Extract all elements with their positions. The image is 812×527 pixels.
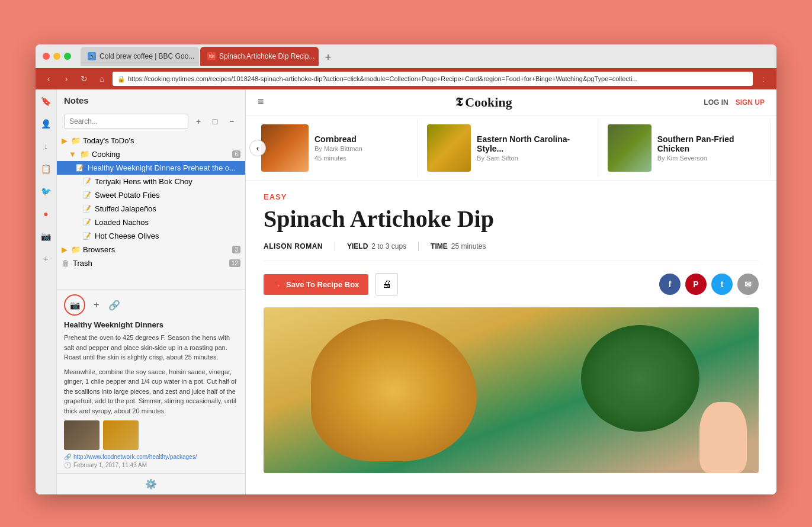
note-icon-cheeses: 📝 xyxy=(83,232,91,240)
forward-button[interactable]: › xyxy=(59,72,73,86)
sidebar-icon-circle[interactable]: ● xyxy=(40,208,52,220)
recipe-card-cornbread[interactable]: Cornbread By Mark Bittman 45 minutes xyxy=(252,120,418,176)
tree-item-cheeses[interactable]: 📝 Hot Cheese Olives xyxy=(57,229,245,243)
sidebar-icon-add-service[interactable]: + xyxy=(40,253,52,265)
address-text: https://cooking.nytimes.com/recipes/1018… xyxy=(128,75,748,82)
time-value: 25 minutes xyxy=(451,242,486,250)
tabs-row: 🔊 Cold brew coffee | BBC Goo... 🍽 Spinac… xyxy=(81,47,769,66)
nyt-logo: 𝕿 xyxy=(455,95,463,109)
dip-bowl-decoration xyxy=(581,325,699,432)
sidebar-icon-download[interactable]: ↓ xyxy=(40,140,52,152)
traffic-lights xyxy=(43,53,71,60)
note-preview-section: 📷 + 🔗 Healthy Weeknight Dinners Preheat … xyxy=(57,289,245,473)
recipe-card-title-eastern: Eastern North Carolina-Style... xyxy=(477,134,588,153)
gear-icon: ⚙️ xyxy=(145,478,157,490)
note-image-2 xyxy=(103,420,139,450)
add-note-button[interactable]: + xyxy=(192,115,205,128)
recipe-card-author-eastern: By Sam Sifton xyxy=(477,155,588,162)
recipe-card-image-cornbread xyxy=(261,124,309,172)
meta-divider-2 xyxy=(418,242,419,251)
tab-label: Cold brew coffee | BBC Goo... xyxy=(100,52,194,60)
recipe-actions: 🔖 Save To Recipe Box 🖨 f P t ✉ xyxy=(264,273,759,295)
email-share-button[interactable]: ✉ xyxy=(737,274,759,295)
home-button[interactable]: ⌂ xyxy=(95,72,109,86)
sidebar-icon-notes[interactable]: 📋 xyxy=(40,163,52,175)
tree-item-trash[interactable]: 🗑 Trash 12 xyxy=(57,256,245,270)
tab-cold-brew[interactable]: 🔊 Cold brew coffee | BBC Goo... xyxy=(81,47,199,66)
chevron-right-icon: ▶ xyxy=(62,136,68,145)
minimize-button[interactable] xyxy=(53,53,60,60)
address-bar[interactable]: 🔒 https://cooking.nytimes.com/recipes/10… xyxy=(113,72,753,86)
tree-label: Today's ToDo's xyxy=(83,136,240,145)
sidebar-icon-twitter[interactable]: 🐦 xyxy=(40,185,52,197)
tree-label-cooking: Cooking xyxy=(92,150,230,159)
tree-label-cheeses: Hot Cheese Olives xyxy=(95,232,240,240)
tree-item-cooking[interactable]: ▼ 📁 Cooking 6 xyxy=(57,147,245,161)
tree-item-nachos[interactable]: 📝 Loaded Nachos xyxy=(57,216,245,229)
cooking-badge: 6 xyxy=(232,150,240,158)
tree-label-browsers: Browsers xyxy=(83,245,230,254)
browsers-badge: 3 xyxy=(232,246,240,253)
tab-spinach-artichoke[interactable]: 🍽 Spinach Artichoke Dip Recip... xyxy=(200,47,319,66)
notes-list-panel: Notes + □ − ▶ 📁 Today's ToDo's xyxy=(57,89,245,494)
link-button[interactable]: 🔗 xyxy=(108,298,121,311)
tree-item-weeknight[interactable]: 📝 Healthy Weeknight Dinners Preheat the … xyxy=(57,161,245,175)
chrome-bar: 🔊 Cold brew coffee | BBC Goo... 🍽 Spinac… xyxy=(36,44,776,68)
menu-icon[interactable]: ⋮ xyxy=(756,72,771,86)
note-icon-nachos: 📝 xyxy=(83,218,91,226)
chevron-right-icon-browsers: ▶ xyxy=(62,245,68,254)
save-to-recipe-box-button[interactable]: 🔖 Save To Recipe Box xyxy=(264,274,368,295)
recipe-yield: YIELD 2 to 3 cups xyxy=(347,242,406,250)
camera-button-circle[interactable]: 📷 xyxy=(64,294,85,316)
bookmark-icon: 🔖 xyxy=(273,280,283,289)
hamburger-menu[interactable]: ≡ xyxy=(258,96,264,108)
twitter-share-button[interactable]: t xyxy=(711,274,733,295)
meta-divider-1 xyxy=(335,242,335,251)
content-area: 🔖 👤 ↓ 📋 🐦 ● 📷 + Notes + xyxy=(36,89,776,494)
settings-button[interactable]: ⚙️ xyxy=(57,473,245,494)
back-button[interactable]: ‹ xyxy=(41,72,56,86)
note-icon-sweetpotato: 📝 xyxy=(83,191,91,199)
sidebar-icon-bookmark[interactable]: 🔖 xyxy=(40,95,52,107)
tree-item-today[interactable]: ▶ 📁 Today's ToDo's xyxy=(57,134,245,147)
pinterest-share-button[interactable]: P xyxy=(685,274,707,295)
tree-item-jalapenos[interactable]: 📝 Stuffed Jalapeños xyxy=(57,202,245,216)
recipe-card-eastern[interactable]: Eastern North Carolina-Style... By Sam S… xyxy=(418,120,598,176)
tree-label-teriyaki: Teriyaki Hens with Bok Choy xyxy=(95,177,240,186)
add-folder-button[interactable]: □ xyxy=(208,115,222,128)
cooking-logo: 𝕿 Cooking xyxy=(455,95,512,110)
tree-item-sweetpotato[interactable]: 📝 Sweet Potato Fries xyxy=(57,188,245,202)
tree-item-browsers[interactable]: ▶ 📁 Browsers 3 xyxy=(57,243,245,256)
log-in-button[interactable]: LOG IN xyxy=(704,98,728,107)
yield-value: 2 to 3 cups xyxy=(371,242,406,250)
sidebar-icon-contacts[interactable]: 👤 xyxy=(40,118,52,130)
nav-bar: ‹ › ↻ ⌂ 🔒 https://cooking.nytimes.com/re… xyxy=(36,68,776,89)
hand-decoration xyxy=(699,402,747,473)
recipe-card-image-eastern xyxy=(427,124,471,172)
add-attachment-button[interactable]: + xyxy=(90,298,103,311)
print-button[interactable]: 🖨 xyxy=(375,273,398,295)
notes-title: Notes xyxy=(64,95,89,105)
recipe-image-container xyxy=(264,307,759,473)
note-images xyxy=(64,420,238,450)
reload-button[interactable]: ↻ xyxy=(77,72,91,86)
header-actions: LOG IN SIGN UP xyxy=(704,98,765,107)
new-tab-button[interactable]: + xyxy=(320,49,336,66)
recipe-card-southern[interactable]: Southern Pan-Fried Chicken By Kim Severs… xyxy=(598,120,771,176)
social-share-buttons: f P t ✉ xyxy=(659,274,759,295)
search-input[interactable] xyxy=(64,114,188,129)
tree-item-teriyaki[interactable]: 📝 Teriyaki Hens with Bok Choy xyxy=(57,175,245,188)
recipe-card-title: Cornbread xyxy=(314,134,362,144)
delete-button[interactable]: − xyxy=(225,115,238,128)
maximize-button[interactable] xyxy=(64,53,71,60)
facebook-share-button[interactable]: f xyxy=(659,274,681,295)
close-button[interactable] xyxy=(43,53,50,60)
cooking-header: ≡ 𝕿 Cooking LOG IN SIGN UP xyxy=(246,89,776,115)
camera-icon: 📷 xyxy=(70,300,80,310)
note-link[interactable]: 🔗 http://www.foodnetwork.com/healthy/pac… xyxy=(64,454,238,460)
carousel-prev-button[interactable]: ‹ xyxy=(249,140,266,156)
sidebar-icon-instagram[interactable]: 📷 xyxy=(40,230,52,242)
chevron-down-icon: ▼ xyxy=(69,150,76,159)
sign-up-button[interactable]: SIGN UP xyxy=(736,98,765,107)
chip-pile-decoration xyxy=(311,319,477,461)
